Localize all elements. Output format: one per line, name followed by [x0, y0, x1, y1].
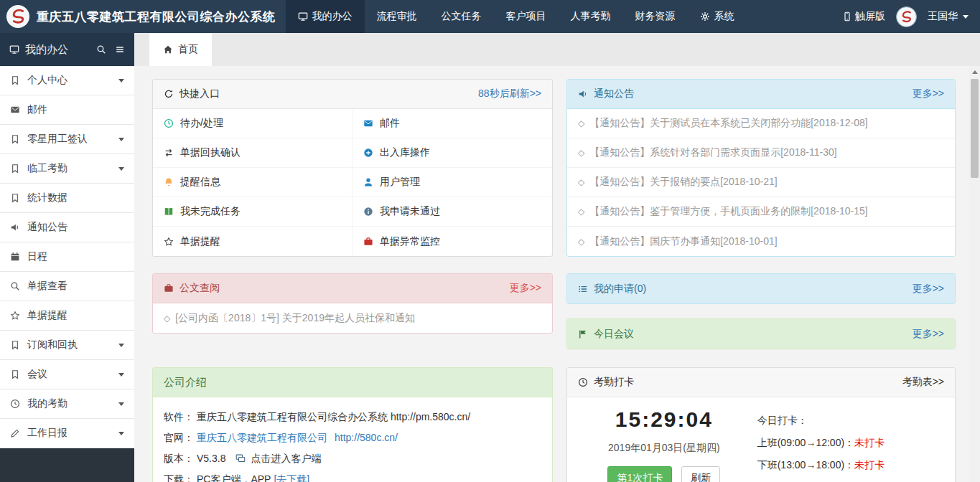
website-name-link[interactable]: 重庆五八零建筑工程有限公司	[197, 430, 327, 445]
mail-icon	[363, 118, 373, 128]
sidebar-header: 我的办公	[0, 33, 134, 66]
star-icon	[164, 237, 174, 247]
refresh-button[interactable]: 刷新	[681, 466, 720, 482]
applications-more-link[interactable]: 更多>>	[913, 283, 944, 296]
download-link[interactable]: [去下载]	[274, 471, 309, 482]
user-menu[interactable]: 王国华	[928, 10, 969, 23]
quick-entry-abnormal-monitor[interactable]: 单据异常监控	[353, 227, 552, 256]
main-area: 首页 快捷入口 88秒后刷新>> 待办/处理 邮件	[134, 33, 980, 482]
speaker-icon	[578, 89, 588, 99]
document-item[interactable]: ◇[公司内函〔2018〕1号] 关于2019年起人员社保和通知	[153, 303, 552, 333]
software-text: 重庆五八零建筑工程有限公司综合办公系统 http://pm.580c.cn/	[197, 409, 470, 425]
oa-application: 重庆五八零建筑工程有限公司综合办公系统 我的办公 流程审批 公文任务 客户项目 …	[0, 0, 980, 482]
notice-item[interactable]: ◇【通知公告】系统针对各部门需求页面显示[2018-11-30]	[567, 138, 955, 168]
refresh-countdown[interactable]: 88秒后刷新>>	[478, 88, 541, 100]
edit-icon	[10, 428, 20, 438]
nav-my-office[interactable]: 我的办公	[286, 0, 365, 33]
diamond-bullet: ◇	[578, 118, 584, 128]
notices-more-link[interactable]: 更多>>	[913, 88, 944, 100]
download-line: 下载： PC客户端，APP [去下载]	[164, 471, 541, 482]
diamond-bullet: ◇	[164, 313, 170, 323]
attendance-clock-block: 15:29:04 2019年01月03日(星期四) 第1次打卡 刷新	[578, 407, 750, 482]
scrollbar-up-button[interactable]	[969, 66, 980, 77]
sidebar-item-mail[interactable]: 邮件	[0, 95, 134, 125]
clock-icon	[10, 399, 20, 409]
sidebar-item-notices[interactable]: 通知公告	[0, 213, 134, 242]
notice-item[interactable]: ◇【通知公告】关于报销的要点[2018-10-21]	[567, 168, 955, 197]
info-circle-icon	[363, 207, 373, 217]
user-avatar[interactable]	[896, 6, 917, 27]
attendance-title: 考勤打卡	[578, 376, 634, 389]
sidebar-item-work-daily[interactable]: 工作日报	[0, 419, 134, 448]
tab-home[interactable]: 首页	[149, 33, 212, 66]
documents-more-link[interactable]: 更多>>	[510, 282, 541, 295]
quick-entry-bill-remind[interactable]: 单据提醒	[153, 227, 353, 256]
sidebar-item-subscribe-receipt[interactable]: 订阅和回执	[0, 331, 134, 360]
sidebar-item-statistics[interactable]: 统计数据	[0, 184, 134, 213]
sidebar-header-icons	[96, 44, 125, 55]
nav-hr-attendance[interactable]: 人事考勤	[559, 0, 623, 33]
sidebar-item-bill-remind[interactable]: 单据提醒	[0, 301, 134, 331]
quick-entry-receipt-confirm[interactable]: 单据回执确认	[153, 138, 353, 168]
sidebar-item-meeting[interactable]: 会议	[0, 360, 134, 389]
current-date: 2019年01月03日(星期四)	[578, 442, 750, 455]
nav-document-task[interactable]: 公文任务	[429, 0, 494, 33]
quick-entry-rejected-apply[interactable]: 我申请未通过	[353, 197, 552, 227]
notices-header: 通知公告 更多>>	[567, 80, 955, 109]
nav-customer-project[interactable]: 客户项目	[494, 0, 559, 33]
nav-finance-resource[interactable]: 财务资源	[623, 0, 688, 33]
meetings-title: 今日会议	[578, 328, 634, 341]
search-icon	[10, 281, 20, 291]
shift1-line: 上班(09:00→12:00)：未打卡	[757, 437, 944, 450]
company-intro-title: 公司介绍	[164, 376, 207, 389]
notices-panel: 通知公告 更多>> ◇【通知公告】关于测试员在本系统已关闭部分功能[2018-1…	[566, 79, 956, 257]
quick-entry-user-manage[interactable]: 用户管理	[353, 168, 552, 197]
documents-title: 公文查阅	[164, 282, 220, 295]
version-value: V5.3.8	[197, 450, 225, 466]
bookmark-icon	[10, 193, 20, 203]
scrollbar-thumb[interactable]	[971, 79, 979, 178]
sidebar-item-personal-center[interactable]: 个人中心	[0, 66, 134, 95]
notice-item[interactable]: ◇【通知公告】关于测试员在本系统已关闭部分功能[2018-12-08]	[567, 109, 955, 138]
top-navigation: 我的办公 流程审批 公文任务 客户项目 人事考勤 财务资源 系统	[286, 0, 747, 33]
bookmark-icon	[10, 369, 20, 379]
speaker-icon	[10, 222, 20, 232]
quick-entry-mail[interactable]: 邮件	[353, 109, 552, 138]
quick-entry-pending[interactable]: 待办/处理	[153, 109, 353, 138]
website-url-link[interactable]: http://580c.cn/	[335, 430, 398, 445]
quick-entry-reminder[interactable]: 提醒信息	[153, 168, 353, 197]
notices-title: 通知公告	[578, 88, 634, 100]
attendance-sheet-link[interactable]: 考勤表>>	[902, 376, 944, 389]
meetings-more-link[interactable]: 更多>>	[913, 328, 944, 341]
notice-item[interactable]: ◇【通知公告】鉴于管理方便，手机页面业务的限制[2018-10-15]	[567, 197, 955, 227]
sidebar-item-schedule[interactable]: 日程	[0, 242, 134, 272]
notices-list: ◇【通知公告】关于测试员在本系统已关闭部分功能[2018-12-08] ◇【通知…	[567, 109, 955, 256]
sidebar-item-bill-view[interactable]: 单据查看	[0, 272, 134, 301]
enter-client-link[interactable]: 点击进入客户端	[251, 450, 321, 466]
notice-item[interactable]: ◇【通知公告】国庆节办事通知[2018-10-01]	[567, 227, 955, 256]
bookmark-icon	[10, 75, 20, 85]
applications-title: 我的申请(0)	[578, 283, 646, 296]
sidebar-item-temp-attendance[interactable]: 临工考勤	[0, 154, 134, 184]
quick-entry-inventory[interactable]: 出入库操作	[353, 138, 552, 168]
shift1-status: 未打卡	[854, 437, 885, 448]
quick-entry-unfinished-tasks[interactable]: 我未完成任务	[153, 197, 353, 227]
nav-system[interactable]: 系统	[688, 0, 747, 33]
diamond-bullet: ◇	[578, 207, 584, 217]
search-icon[interactable]	[96, 44, 106, 55]
company-intro-body: 软件： 重庆五八零建筑工程有限公司综合办公系统 http://pm.580c.c…	[153, 397, 552, 482]
punch-in-button[interactable]: 第1次打卡	[607, 466, 672, 482]
sidebar-item-my-attendance[interactable]: 我的考勤	[0, 389, 134, 419]
diamond-bullet: ◇	[578, 237, 584, 247]
brand: 重庆五八零建筑工程有限公司综合办公系统	[0, 4, 286, 29]
sidebar-item-odd-job-sign[interactable]: 零星用工签认	[0, 125, 134, 154]
touch-version-link[interactable]: 触屏版	[842, 10, 885, 23]
briefcase-icon	[164, 283, 174, 293]
caret-down-icon	[118, 373, 124, 377]
hamburger-menu-icon[interactable]	[115, 44, 125, 55]
caret-down-icon	[118, 167, 124, 171]
shift2-status: 未打卡	[854, 459, 885, 471]
nav-process-approval[interactable]: 流程审批	[365, 0, 429, 33]
topbar-right: 触屏版 王国华	[842, 6, 980, 27]
monitor-icon	[9, 44, 19, 55]
